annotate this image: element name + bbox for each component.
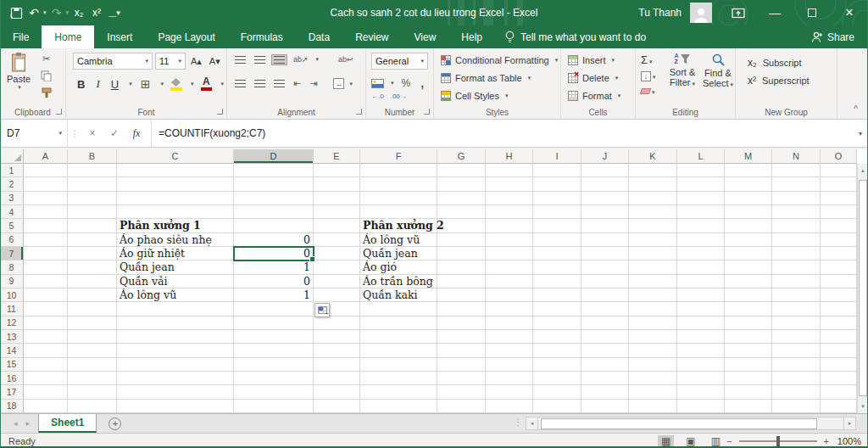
superscript-quick-icon[interactable]: x²: [89, 3, 104, 22]
cell-E14[interactable]: [314, 344, 360, 357]
cell-I16[interactable]: [533, 372, 581, 385]
fill-color-dropdown-icon[interactable]: ▾: [191, 81, 194, 87]
cell-G11[interactable]: [437, 302, 486, 316]
cell-A15[interactable]: [24, 358, 68, 372]
number-dialog-launcher-icon[interactable]: [424, 109, 430, 115]
cell-N6[interactable]: [772, 233, 821, 247]
cell-A13[interactable]: [24, 330, 68, 344]
normal-view-icon[interactable]: ▦: [658, 435, 674, 447]
cell-H5[interactable]: [486, 219, 533, 232]
cell-C1[interactable]: [117, 164, 234, 177]
cell-K1[interactable]: [629, 164, 677, 177]
cell-F8[interactable]: Áo gió: [360, 260, 437, 274]
cell-H12[interactable]: [486, 316, 533, 330]
cell-I11[interactable]: [533, 302, 581, 316]
cell-I18[interactable]: [533, 400, 581, 413]
cell-F11[interactable]: [360, 302, 437, 316]
cell-A16[interactable]: [24, 372, 68, 385]
cell-M1[interactable]: [725, 164, 772, 177]
horizontal-scroll-track[interactable]: [538, 417, 843, 430]
cell-B13[interactable]: [68, 330, 117, 344]
cell-H13[interactable]: [486, 330, 533, 344]
cell-B10[interactable]: [68, 288, 117, 302]
enter-check-icon[interactable]: ✓: [103, 127, 125, 139]
cell-O5[interactable]: [821, 219, 857, 232]
cell-K9[interactable]: [629, 275, 677, 288]
sheet-tab-sheet1[interactable]: Sheet1: [38, 414, 97, 433]
cell-K3[interactable]: [629, 192, 677, 205]
cell-K2[interactable]: [629, 177, 677, 191]
cell-F13[interactable]: [360, 330, 437, 344]
cell-H11[interactable]: [486, 302, 533, 316]
insert-cells-button[interactable]: Insert ▾: [561, 51, 635, 69]
cell-M18[interactable]: [725, 400, 772, 413]
cell-N9[interactable]: [772, 275, 821, 288]
page-layout-view-icon[interactable]: ▣: [682, 435, 698, 447]
row-header-2[interactable]: 2: [0, 177, 24, 191]
insert-function-icon[interactable]: fx: [125, 127, 147, 140]
cell-J1[interactable]: [581, 164, 629, 177]
cell-O4[interactable]: [821, 205, 857, 219]
new-sheet-icon[interactable]: +: [108, 417, 121, 430]
tab-insert[interactable]: Insert: [94, 25, 145, 48]
cell-I9[interactable]: [533, 275, 581, 288]
tab-file[interactable]: File: [0, 25, 42, 48]
cell-J8[interactable]: [581, 260, 629, 274]
cell-G14[interactable]: [437, 344, 486, 357]
cell-O11[interactable]: [821, 302, 857, 316]
underline-button[interactable]: U: [108, 76, 121, 92]
row-header-9[interactable]: 9: [0, 275, 24, 288]
cell-J13[interactable]: [581, 330, 629, 344]
cell-E5[interactable]: [314, 219, 360, 232]
font-dialog-launcher-icon[interactable]: [217, 109, 223, 115]
minimize-button[interactable]: —: [756, 0, 793, 25]
cell-B17[interactable]: [68, 385, 117, 399]
row-header-12[interactable]: 12: [0, 316, 24, 330]
cell-N10[interactable]: [772, 288, 821, 302]
cell-O6[interactable]: [821, 233, 857, 247]
cell-C2[interactable]: [117, 177, 234, 191]
fill-button[interactable]: ↓▾: [641, 70, 656, 81]
cell-G15[interactable]: [437, 358, 486, 372]
cell-A9[interactable]: [24, 275, 68, 288]
cell-I3[interactable]: [533, 192, 581, 205]
cell-C17[interactable]: [117, 385, 234, 399]
cell-B18[interactable]: [68, 400, 117, 413]
underline-dropdown-icon[interactable]: ▾: [129, 81, 132, 87]
cell-G12[interactable]: [437, 316, 486, 330]
column-header-K[interactable]: K: [629, 149, 677, 164]
cell-E13[interactable]: [314, 330, 360, 344]
cell-J7[interactable]: [581, 247, 629, 260]
cell-H17[interactable]: [486, 385, 533, 399]
cut-icon[interactable]: ✂: [42, 53, 50, 64]
cell-E3[interactable]: [314, 192, 360, 205]
cell-I4[interactable]: [533, 205, 581, 219]
tab-page-layout[interactable]: Page Layout: [145, 25, 227, 48]
cell-J2[interactable]: [581, 177, 629, 191]
column-header-M[interactable]: M: [725, 149, 772, 164]
cell-G9[interactable]: [437, 275, 486, 288]
cell-K16[interactable]: [629, 372, 677, 385]
cell-K12[interactable]: [629, 316, 677, 330]
align-middle-icon[interactable]: [252, 54, 268, 65]
column-header-D[interactable]: D: [234, 149, 314, 164]
cell-B14[interactable]: [68, 344, 117, 357]
merge-center-dropdown-icon[interactable]: ▾: [349, 81, 353, 87]
cell-D4[interactable]: [234, 205, 314, 219]
cell-C11[interactable]: [117, 302, 234, 316]
collapse-ribbon-icon[interactable]: ^: [854, 104, 858, 114]
column-header-L[interactable]: L: [677, 149, 725, 164]
cell-G8[interactable]: [437, 260, 486, 274]
cell-D2[interactable]: [234, 177, 314, 191]
cell-I15[interactable]: [533, 358, 581, 372]
cell-L12[interactable]: [677, 316, 725, 330]
cell-J4[interactable]: [581, 205, 629, 219]
cell-C3[interactable]: [117, 192, 234, 205]
format-cells-button[interactable]: Format ▾: [561, 87, 635, 104]
cell-O17[interactable]: [821, 385, 857, 399]
column-header-J[interactable]: J: [581, 149, 629, 164]
cell-E1[interactable]: [314, 164, 360, 177]
cell-O16[interactable]: [821, 372, 857, 385]
row-header-4[interactable]: 4: [0, 205, 24, 219]
formula-bar-grip[interactable]: ⋮: [68, 120, 81, 147]
